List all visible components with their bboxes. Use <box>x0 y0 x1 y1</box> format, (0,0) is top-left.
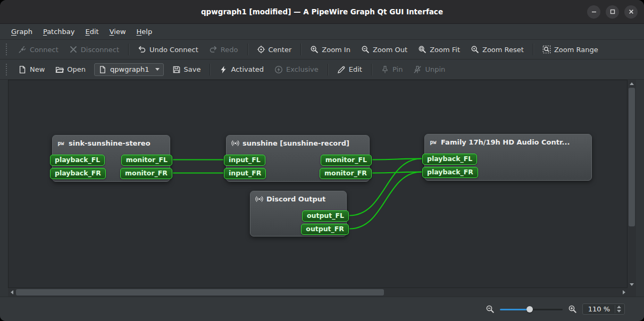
triangle-up-icon <box>630 82 634 85</box>
window-controls <box>587 0 638 23</box>
node-title: sunshine [sunshine-record] <box>227 136 369 147</box>
titlebar: qpwgraph1 [modified] — A PipeWire Graph … <box>0 0 644 24</box>
toolbar-button-label: Zoom Reset <box>482 46 524 54</box>
combo-value: qpwgraph1 <box>110 65 149 73</box>
graph-node-family[interactable]: pwFamily 17h/19h HD Audio Contr...playba… <box>424 134 592 181</box>
vertical-scrollbar[interactable] <box>628 80 636 288</box>
spin-up-arrow[interactable] <box>617 306 621 308</box>
vertical-scroll-handle[interactable] <box>629 88 635 226</box>
zoom-spinbox[interactable]: 110 % <box>582 303 625 315</box>
open-button[interactable]: Open <box>51 62 90 77</box>
toolbar-button-label: Unpin <box>425 65 445 73</box>
input-port-playback_FR[interactable]: playback_FR <box>50 168 106 179</box>
horizontal-scrollbar[interactable] <box>8 288 628 297</box>
zoom-value: 110 % <box>588 305 610 313</box>
toolbar-button-label: Center <box>269 46 292 54</box>
save-button[interactable]: Save <box>168 62 206 77</box>
node-title: pwsink-sunshine-stereo <box>53 136 170 147</box>
horizontal-scroll-track[interactable] <box>16 289 620 295</box>
node-title-text: sunshine [sunshine-record] <box>242 139 349 147</box>
center-button[interactable]: Center <box>252 42 297 57</box>
exclusive-button[interactable]: Exclusive <box>270 62 323 77</box>
zoom-reset-icon <box>471 45 479 54</box>
toolbar-button-label: Disconnect <box>81 46 119 54</box>
scroll-down-arrow[interactable] <box>628 281 636 288</box>
new-button[interactable]: New <box>13 62 49 77</box>
file-icon <box>98 65 107 74</box>
zoom-slider-handle[interactable] <box>526 306 533 312</box>
graph-canvas[interactable]: pwsink-sunshine-stereoplayback_FLplaybac… <box>8 80 628 288</box>
scroll-right-arrow[interactable] <box>620 288 628 297</box>
graph-toolbar: ConnectDisconnectUndo ConnectRedoCenterZ… <box>0 40 644 60</box>
activated-icon <box>219 65 228 74</box>
input-port-playback_FL[interactable]: playback_FL <box>422 154 477 165</box>
save-icon <box>172 65 181 74</box>
triangle-right-icon <box>623 290 625 294</box>
connect-icon <box>18 45 27 54</box>
zoom-out-button[interactable]: Zoom Out <box>356 42 412 57</box>
menu-edit[interactable]: Edit <box>81 26 104 38</box>
zoom-spin-arrows <box>615 305 623 313</box>
pin-button[interactable]: Pin <box>376 62 407 77</box>
pipewire-icon: pw <box>57 139 65 147</box>
redo-icon <box>209 45 218 54</box>
output-port-monitor_FR[interactable]: monitor_FR <box>120 168 172 179</box>
output-port-monitor_FL[interactable]: monitor_FL <box>121 155 172 166</box>
zoom-range-icon <box>542 45 551 54</box>
zoom-slider-fill <box>500 309 530 310</box>
main-area: pwsink-sunshine-stereoplayback_FLplaybac… <box>0 80 644 288</box>
graph-node-sunshine[interactable]: sunshine [sunshine-record]input_FLinput_… <box>226 135 370 182</box>
close-button[interactable] <box>624 5 638 19</box>
graph-node-discord[interactable]: Discord Outputoutput_FLoutput_FR <box>250 191 347 236</box>
toolbar-separator <box>300 44 301 55</box>
input-port-playback_FL[interactable]: playback_FL <box>50 155 105 166</box>
center-icon <box>257 45 265 54</box>
menu-patchbay[interactable]: Patchbay <box>38 26 80 38</box>
menu-graph[interactable]: Graph <box>6 26 37 38</box>
connect-button[interactable]: Connect <box>13 42 63 57</box>
input-port-input_FL[interactable]: input_FL <box>224 155 265 166</box>
node-title: Discord Output <box>250 191 346 203</box>
input-port-input_FR[interactable]: input_FR <box>224 168 266 179</box>
zoom-out-icon[interactable] <box>486 305 495 314</box>
toolbar-button-label: Zoom In <box>322 46 350 54</box>
horizontal-scroll-handle[interactable] <box>16 289 384 295</box>
redo-button[interactable]: Redo <box>204 42 243 57</box>
output-port-monitor_FR[interactable]: monitor_FR <box>320 168 372 179</box>
toolbar-separator <box>128 44 129 55</box>
menu-help[interactable]: Help <box>132 26 157 38</box>
disconnect-button[interactable]: Disconnect <box>64 42 124 57</box>
input-port-playback_FR[interactable]: playback_FR <box>422 167 478 178</box>
toolbar-button-label: Edit <box>349 65 362 73</box>
zoom-in-button[interactable]: Zoom In <box>305 42 355 57</box>
minimize-button[interactable] <box>587 5 600 19</box>
vertical-scroll-track[interactable] <box>629 88 635 280</box>
zoom-fit-button[interactable]: Zoom Fit <box>413 42 465 57</box>
patchbay-combo[interactable]: qpwgraph1 <box>94 63 163 76</box>
graph-node-sink[interactable]: pwsink-sunshine-stereoplayback_FLplaybac… <box>52 135 170 182</box>
zoom-reset-button[interactable]: Zoom Reset <box>466 42 529 57</box>
toolbar-button-label: Open <box>67 65 86 73</box>
zoom-range-button[interactable]: Zoom Range <box>538 42 603 57</box>
toolbar-button-label: Save <box>184 65 201 73</box>
toolbar-button-label: Redo <box>221 46 238 54</box>
unpin-button[interactable]: Unpin <box>408 62 450 77</box>
spin-down-arrow[interactable] <box>617 310 621 312</box>
zoom-slider[interactable] <box>500 305 563 314</box>
chevron-down-icon <box>155 68 160 71</box>
undo-connect-button[interactable]: Undo Connect <box>133 42 203 57</box>
scroll-up-arrow[interactable] <box>628 80 636 87</box>
output-port-output_FR[interactable]: output_FR <box>301 224 349 235</box>
output-port-monitor_FL[interactable]: monitor_FL <box>321 155 372 166</box>
menu-view[interactable]: View <box>105 26 131 38</box>
scroll-left-arrow[interactable] <box>8 288 15 297</box>
output-port-output_FL[interactable]: output_FL <box>302 210 349 222</box>
edit-button[interactable]: Edit <box>332 62 367 77</box>
toolbar-handle[interactable] <box>6 44 8 55</box>
zoom-in-icon[interactable] <box>568 305 577 314</box>
toolbar-button-label: Zoom Out <box>373 46 407 54</box>
toolbar-button-label: New <box>30 65 45 73</box>
maximize-button[interactable] <box>606 5 619 19</box>
toolbar-handle[interactable] <box>6 64 8 75</box>
activated-button[interactable]: Activated <box>214 62 269 77</box>
